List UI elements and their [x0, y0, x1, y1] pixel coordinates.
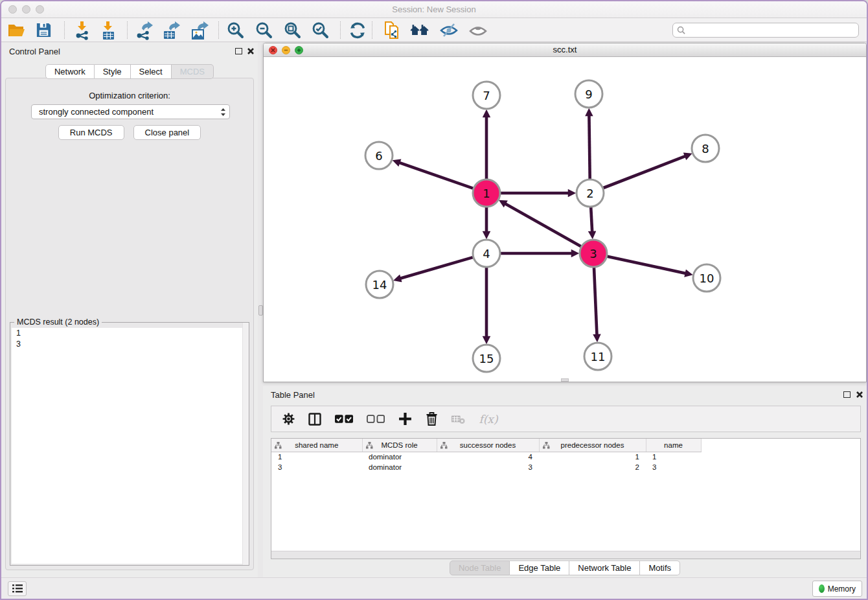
table-row[interactable]: 1dominator411	[271, 452, 701, 462]
column-header-MCDS-role[interactable]: MCDS role	[362, 439, 437, 452]
add-column-icon[interactable]	[398, 412, 412, 426]
tab-network-table[interactable]: Network Table	[569, 560, 640, 575]
canvas-resize-handle[interactable]	[561, 378, 569, 382]
node-3[interactable]: 3	[580, 240, 607, 267]
node-4[interactable]: 4	[473, 240, 500, 267]
node-10[interactable]: 10	[693, 264, 720, 292]
table-tabs: Node TableEdge TableNetwork TableMotifs	[263, 560, 867, 575]
column-header-name[interactable]: name	[646, 439, 701, 452]
zoom-fit-icon[interactable]	[283, 21, 303, 40]
minimize-window-icon[interactable]	[22, 5, 30, 14]
open-session-icon[interactable]	[6, 21, 26, 40]
node-label: 8	[702, 142, 709, 156]
table-body: 1dominator4113dominator323	[271, 452, 701, 472]
hide-selected-icon[interactable]	[439, 21, 459, 40]
column-tree-icon	[366, 442, 373, 450]
tab-edge-table[interactable]: Edge Table	[510, 560, 569, 575]
node-15[interactable]: 15	[473, 345, 500, 372]
network-window-titlebar[interactable]: scc.txt	[264, 43, 866, 57]
column-label: shared name	[295, 441, 338, 449]
table-cell: 4	[437, 452, 539, 462]
memory-label: Memory	[828, 584, 856, 594]
node-1[interactable]: 1	[473, 179, 500, 207]
tab-motifs[interactable]: Motifs	[640, 560, 680, 575]
close-panel-button[interactable]: Close panel	[133, 125, 201, 140]
node-9[interactable]: 9	[575, 80, 602, 108]
table-header-row: shared nameMCDS rolesuccessor nodesprede…	[271, 439, 701, 452]
close-window-icon[interactable]	[8, 5, 17, 14]
tab-network[interactable]: Network	[45, 64, 95, 79]
mcds-result-text[interactable]: 13	[12, 328, 247, 564]
tab-mcds[interactable]: MCDS	[172, 64, 214, 79]
result-line: 3	[12, 339, 247, 350]
refresh-layout-icon[interactable]	[348, 21, 367, 40]
close-table-panel-icon[interactable]	[856, 391, 863, 398]
node-14[interactable]: 14	[366, 271, 393, 298]
task-history-button[interactable]	[8, 581, 27, 596]
mcds-result-groupbox: MCDS result (2 nodes) 13	[10, 322, 249, 566]
table-settings-icon[interactable]	[281, 412, 295, 426]
result-scrollbar[interactable]	[242, 323, 249, 565]
edge-3-1[interactable]	[505, 203, 581, 246]
tab-select[interactable]: Select	[131, 64, 172, 79]
column-header-successor-nodes[interactable]: successor nodes	[437, 439, 539, 452]
unselect-all-columns-icon[interactable]	[366, 412, 385, 426]
edge-2-9[interactable]	[589, 115, 589, 179]
tab-node-table[interactable]: Node Table	[450, 560, 510, 575]
control-panel-tabs: NetworkStyleSelectMCDS	[1, 64, 258, 79]
split-columns-icon[interactable]	[308, 412, 322, 426]
first-neighbors-icon[interactable]	[410, 21, 429, 40]
edge-1-6[interactable]	[399, 163, 473, 189]
table-row[interactable]: 3dominator323	[271, 462, 701, 472]
edge-2-8[interactable]	[604, 156, 686, 188]
network-canvas[interactable]: 1234678910111415	[264, 58, 866, 382]
edge-3-11[interactable]	[594, 268, 597, 335]
close-view-icon[interactable]	[269, 46, 277, 54]
export-network-icon[interactable]	[134, 21, 154, 40]
node-6[interactable]: 6	[365, 142, 393, 169]
node-8[interactable]: 8	[692, 135, 719, 162]
node-2[interactable]: 2	[577, 179, 604, 207]
zoom-out-icon[interactable]	[255, 21, 274, 40]
zoom-selected-icon[interactable]	[311, 21, 330, 40]
export-table-icon[interactable]	[161, 21, 181, 40]
import-table-icon[interactable]	[98, 21, 118, 40]
select-all-columns-icon[interactable]	[334, 412, 354, 426]
node-7[interactable]: 7	[473, 82, 500, 109]
optimization-label: Optimization criterion:	[6, 91, 253, 100]
zoom-view-icon[interactable]	[295, 46, 303, 54]
close-panel-icon[interactable]	[247, 47, 255, 55]
float-table-panel-icon[interactable]	[843, 391, 851, 398]
memory-button[interactable]: Memory	[812, 581, 862, 597]
node-table-container: shared nameMCDS rolesuccessor nodesprede…	[271, 438, 861, 559]
column-header-predecessor-nodes[interactable]: predecessor nodes	[539, 439, 646, 452]
edge-4-14[interactable]	[400, 257, 473, 279]
table-horizontal-scrollbar[interactable]	[271, 551, 860, 559]
optimization-select[interactable]: strongly connected component	[31, 104, 230, 119]
node-label: 3	[589, 247, 597, 260]
node-label: 6	[375, 149, 382, 163]
splitter-handle[interactable]	[258, 305, 263, 316]
zoom-in-icon[interactable]	[226, 21, 246, 40]
export-image-icon[interactable]	[190, 21, 209, 40]
zoom-window-icon[interactable]	[36, 5, 44, 14]
save-session-icon[interactable]	[34, 21, 53, 40]
table-cell: 1	[271, 452, 362, 462]
column-header-shared-name[interactable]: shared name	[271, 439, 362, 452]
node-11[interactable]: 11	[584, 343, 611, 370]
edge-2-3[interactable]	[591, 207, 592, 232]
search-input[interactable]	[688, 25, 858, 36]
minimize-view-icon[interactable]	[282, 46, 290, 54]
show-all-icon[interactable]	[468, 21, 488, 40]
import-network-icon[interactable]	[73, 21, 92, 40]
tab-style[interactable]: Style	[95, 64, 131, 79]
node-label: 4	[483, 247, 490, 260]
search-icon	[677, 26, 685, 34]
control-panel-header: Control Panel	[1, 43, 258, 60]
edge-3-10[interactable]	[608, 257, 686, 273]
clone-network-icon[interactable]	[383, 21, 402, 40]
delete-column-icon[interactable]	[424, 412, 439, 426]
run-mcds-button[interactable]: Run MCDS	[58, 125, 124, 140]
node-label: 7	[483, 89, 490, 102]
float-panel-icon[interactable]	[235, 48, 242, 54]
